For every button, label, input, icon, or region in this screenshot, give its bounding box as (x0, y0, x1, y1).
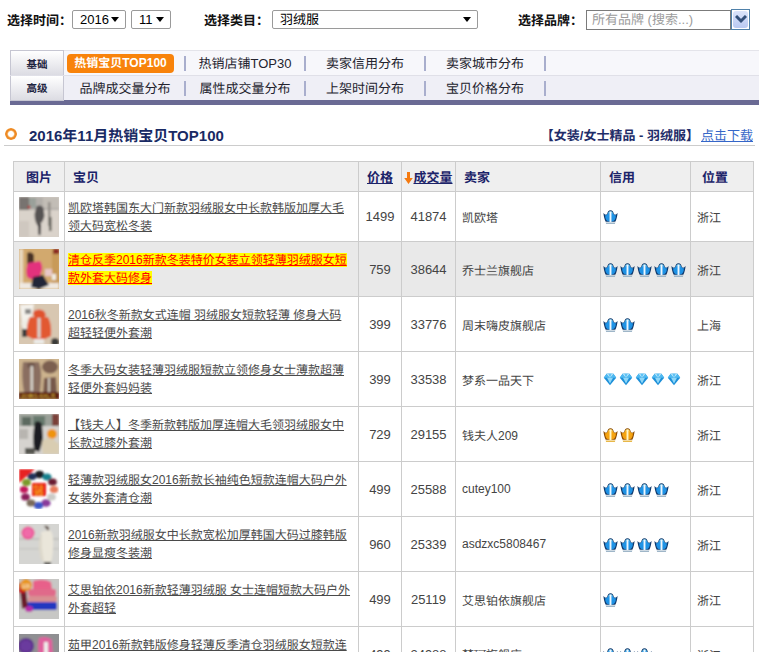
svg-text:119: 119 (22, 583, 30, 589)
svg-text:20色S-6XL大: 20色S-6XL大 (21, 392, 56, 399)
svg-text:特卖: 特卖 (34, 484, 44, 491)
